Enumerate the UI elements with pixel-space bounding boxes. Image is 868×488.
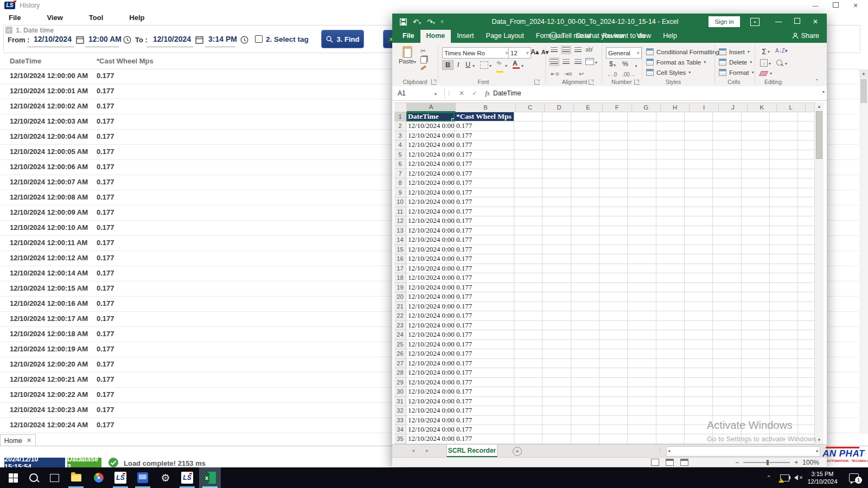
- cell-H25[interactable]: [656, 340, 685, 349]
- cell-D22[interactable]: [542, 311, 571, 320]
- clear-icon[interactable]: [759, 71, 768, 76]
- styles-item-format-as-table[interactable]: Format as Table▾: [646, 57, 724, 67]
- cell-K27[interactable]: [742, 359, 770, 368]
- row-number-4[interactable]: 4: [394, 140, 406, 150]
- cell-B29[interactable]: 0.177: [455, 378, 514, 387]
- cell-K22[interactable]: [742, 311, 770, 320]
- cell-L20[interactable]: [770, 292, 798, 301]
- cell-K17[interactable]: [742, 264, 770, 273]
- cell-J11[interactable]: [713, 207, 741, 216]
- row-number-32[interactable]: 32: [394, 406, 406, 415]
- cell-L29[interactable]: [770, 378, 798, 387]
- cell-partial-23[interactable]: [798, 321, 815, 330]
- cell-E31[interactable]: [571, 397, 599, 406]
- cell-K33[interactable]: [742, 416, 770, 425]
- cell-H9[interactable]: [656, 188, 685, 197]
- cell-H23[interactable]: [656, 321, 685, 330]
- excel-maximize-button[interactable]: [788, 14, 806, 30]
- cell-F4[interactable]: [599, 140, 628, 150]
- cell-B28[interactable]: 0.177: [455, 368, 514, 377]
- cell-F21[interactable]: [599, 302, 628, 311]
- cell-L3[interactable]: [770, 131, 798, 140]
- font-name-combobox[interactable]: Times New Ro∨: [442, 47, 510, 59]
- cell-A20[interactable]: 12/10/2024 0:00: [406, 292, 455, 301]
- cell-A10[interactable]: 12/10/2024 0:00: [406, 197, 455, 207]
- cell-F23[interactable]: [599, 321, 628, 330]
- column-header-H[interactable]: H: [661, 102, 690, 112]
- save-icon[interactable]: [400, 18, 407, 25]
- cell-G16[interactable]: [628, 254, 656, 264]
- start-button[interactable]: [2, 467, 24, 488]
- tray-expand-button[interactable]: ⌃: [762, 467, 775, 488]
- cell-D16[interactable]: [542, 254, 571, 264]
- cell-L33[interactable]: [770, 416, 798, 425]
- cell-B3[interactable]: 0.177: [455, 131, 514, 140]
- cell-G14[interactable]: [628, 235, 656, 245]
- cell-H5[interactable]: [656, 150, 685, 159]
- cell-H7[interactable]: [656, 169, 685, 178]
- cell-C6[interactable]: [514, 159, 542, 169]
- cell-G11[interactable]: [628, 207, 656, 216]
- cell-C1[interactable]: [514, 112, 542, 121]
- cell-G8[interactable]: [628, 178, 656, 188]
- cell-H16[interactable]: [656, 254, 685, 264]
- cell-B33[interactable]: 0.177: [455, 416, 514, 425]
- ribbon-tab-help[interactable]: Help: [657, 30, 683, 43]
- cell-partial-26[interactable]: [798, 349, 815, 358]
- cell-D5[interactable]: [542, 150, 571, 159]
- cell-E13[interactable]: [571, 226, 599, 235]
- cell-H11[interactable]: [656, 207, 685, 216]
- from-time-clock-icon[interactable]: [123, 36, 131, 44]
- cell-partial-5[interactable]: [798, 150, 815, 159]
- zoom-out-icon[interactable]: −: [735, 459, 739, 466]
- undo-icon[interactable]: ↶▾: [413, 18, 421, 26]
- align-center-icon[interactable]: [563, 59, 570, 65]
- cell-C19[interactable]: [514, 283, 542, 292]
- cell-A17[interactable]: 12/10/2024 0:00: [406, 264, 455, 273]
- cell-H18[interactable]: [656, 273, 685, 282]
- cell-G26[interactable]: [628, 349, 656, 358]
- cell-I26[interactable]: [685, 349, 713, 358]
- cell-partial-35[interactable]: [798, 434, 815, 444]
- cell-H21[interactable]: [656, 302, 685, 311]
- row-number-13[interactable]: 13: [394, 226, 406, 235]
- cell-E19[interactable]: [571, 283, 599, 292]
- cell-K19[interactable]: [742, 283, 770, 292]
- cell-A35[interactable]: 12/10/2024 0:00: [406, 434, 455, 444]
- row-number-12[interactable]: 12: [394, 216, 406, 226]
- cells-item-insert[interactable]: Insert▾: [719, 47, 754, 57]
- clear-dropdown-icon[interactable]: ▾: [770, 71, 772, 76]
- zoom-in-icon[interactable]: +: [794, 459, 798, 466]
- cell-K24[interactable]: [742, 330, 770, 339]
- cell-E10[interactable]: [571, 197, 599, 207]
- cell-E12[interactable]: [571, 216, 599, 226]
- cell-A24[interactable]: 12/10/2024 0:00: [406, 330, 455, 339]
- cell-D35[interactable]: [542, 434, 571, 444]
- cell-D31[interactable]: [542, 397, 571, 406]
- cell-B26[interactable]: 0.177: [455, 349, 514, 358]
- cell-B8[interactable]: 0.177: [455, 178, 514, 188]
- ribbon-tab-file[interactable]: File: [397, 30, 420, 43]
- cell-C8[interactable]: [514, 178, 542, 188]
- cell-B11[interactable]: 0.177: [455, 207, 514, 216]
- cell-F25[interactable]: [599, 340, 628, 349]
- row-number-11[interactable]: 11: [394, 207, 406, 216]
- cell-G22[interactable]: [628, 311, 656, 320]
- cell-C34[interactable]: [514, 425, 542, 434]
- column-header-F[interactable]: F: [603, 102, 631, 112]
- cell-A22[interactable]: 12/10/2024 0:00: [406, 311, 455, 320]
- row-number-28[interactable]: 28: [394, 368, 406, 377]
- cell-I8[interactable]: [685, 178, 713, 188]
- cell-L10[interactable]: [770, 197, 798, 207]
- excel-scrollbar-thumb[interactable]: [816, 111, 822, 159]
- file-explorer-button[interactable]: [65, 467, 87, 488]
- clipboard-dialog-launcher-icon[interactable]: [431, 79, 437, 85]
- cell-J20[interactable]: [713, 292, 741, 301]
- cell-F12[interactable]: [599, 216, 628, 226]
- name-box-dropdown-icon[interactable]: ▾: [435, 92, 437, 97]
- cell-B21[interactable]: 0.177: [455, 302, 514, 311]
- cell-K25[interactable]: [742, 340, 770, 349]
- cell-E9[interactable]: [571, 188, 599, 197]
- borders-dropdown-icon[interactable]: ▾: [489, 63, 492, 68]
- cell-C35[interactable]: [514, 434, 542, 444]
